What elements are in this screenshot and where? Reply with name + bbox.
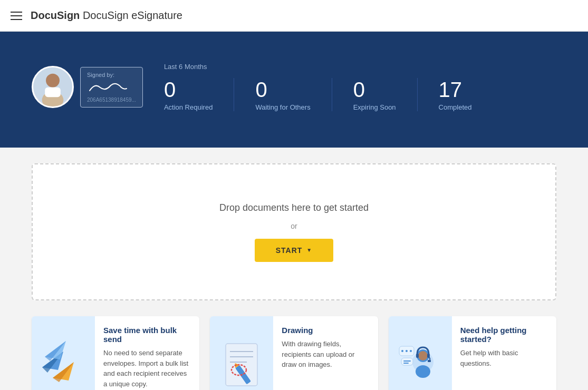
signed-by-label: Signed by:	[87, 72, 136, 78]
bulk-send-body: Save time with bulk send No need to send…	[95, 316, 199, 390]
start-button[interactable]: START ▼	[255, 239, 334, 262]
menu-button[interactable]	[11, 12, 22, 20]
stat-number-2: 0	[353, 78, 365, 101]
main-content: Drop documents here to get started or ST…	[0, 148, 588, 316]
signature-image	[87, 80, 129, 95]
stat-item-0: 0 Action Required	[164, 78, 235, 111]
avatar-image	[33, 66, 72, 106]
svg-rect-30	[403, 363, 409, 364]
help-image	[389, 316, 452, 390]
bulk-send-desc: No need to send separate envelopes. Impo…	[103, 348, 191, 389]
or-divider: or	[291, 222, 297, 230]
svg-point-27	[410, 350, 412, 352]
start-label: START	[276, 246, 303, 255]
svg-point-1	[46, 74, 60, 87]
help-body: Need help getting started? Get help with…	[452, 316, 556, 390]
stat-label-0: Action Required	[164, 103, 213, 111]
user-profile-section: Signed by: 206A65138918459...	[32, 66, 143, 108]
svg-rect-29	[403, 360, 411, 362]
stat-number-1: 0	[255, 78, 267, 101]
svg-point-26	[406, 350, 408, 352]
svg-rect-3	[45, 87, 61, 97]
svg-point-20	[416, 365, 430, 378]
drawing-body: Drawing With drawing fields, recipients …	[273, 316, 378, 390]
stat-number-0: 0	[164, 78, 176, 101]
svg-rect-23	[428, 360, 431, 362]
stats-period: Last 6 Months	[164, 63, 556, 71]
drop-text: Drop documents here to get started	[219, 202, 369, 213]
stat-label-2: Expiring Soon	[353, 103, 396, 111]
stats-section: Last 6 Months 0 Action Required 0 Waitin…	[164, 63, 556, 111]
stat-item-3: 17 Completed	[439, 78, 472, 111]
bulk-send-image	[32, 316, 95, 390]
signature-block: Signed by: 206A65138918459...	[80, 67, 143, 108]
help-illustration	[394, 336, 447, 391]
help-card: Need help getting started? Get help with…	[389, 316, 556, 390]
avatar	[32, 66, 74, 108]
drawing-illustration	[215, 336, 268, 391]
svg-rect-21	[416, 354, 419, 358]
help-title: Need help getting started?	[460, 326, 548, 344]
drawing-image	[210, 316, 273, 390]
stat-number-3: 17	[439, 78, 462, 101]
cards-section: Save time with bulk send No need to send…	[0, 316, 588, 390]
brand-logo: DocuSign DocuSign eSignature	[31, 9, 182, 22]
drawing-title: Drawing	[282, 326, 369, 335]
drawing-card: Drawing With drawing fields, recipients …	[210, 316, 378, 390]
stats-row: 0 Action Required 0 Waiting for Others 0…	[164, 78, 556, 111]
drop-zone[interactable]: Drop documents here to get started or ST…	[32, 163, 556, 300]
hero-banner: Signed by: 206A65138918459... Last 6 Mon…	[0, 32, 588, 148]
dropdown-arrow-icon: ▼	[306, 247, 312, 253]
app-header: DocuSign DocuSign eSignature	[0, 0, 588, 32]
bulk-send-title: Save time with bulk send	[103, 326, 191, 344]
help-desc: Get help with basic questions.	[460, 348, 548, 368]
stat-label-1: Waiting for Others	[255, 103, 310, 111]
drawing-desc: With drawing fields, recipients can uplo…	[282, 339, 369, 370]
bulk-send-card: Save time with bulk send No need to send…	[32, 316, 199, 390]
stat-item-2: 0 Expiring Soon	[353, 78, 418, 111]
stat-item-1: 0 Waiting for Others	[255, 78, 332, 111]
stat-label-3: Completed	[439, 103, 472, 111]
signature-id: 206A65138918459...	[87, 97, 136, 103]
bulk-send-illustration	[37, 336, 90, 391]
svg-point-19	[418, 351, 428, 360]
svg-point-25	[401, 350, 403, 352]
